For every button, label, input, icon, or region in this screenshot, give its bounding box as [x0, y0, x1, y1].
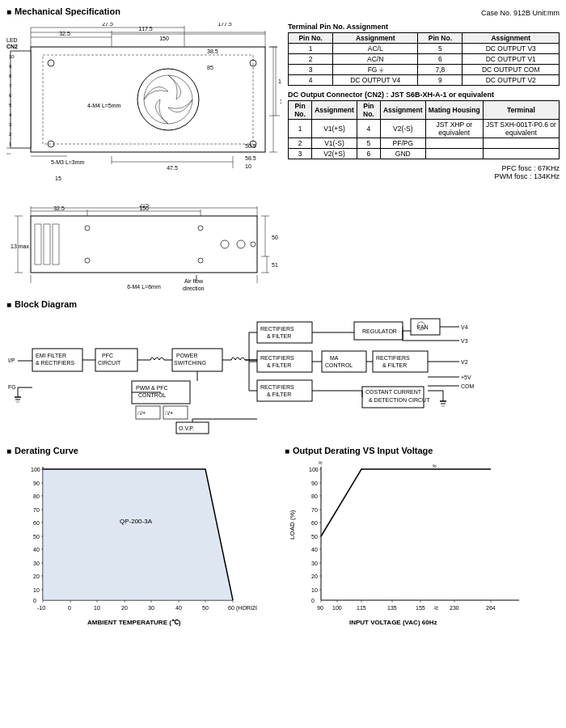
svg-text:20: 20 — [311, 574, 318, 579]
svg-point-28 — [137, 69, 199, 130]
svg-text:(HORIZONTAL): (HORIZONTAL) — [236, 605, 257, 612]
svg-text:QP-200-3A: QP-200-3A — [120, 518, 153, 525]
svg-text:0: 0 — [311, 598, 315, 603]
cn2-col4: Assignment — [380, 101, 425, 120]
svg-text:50.5: 50.5 — [245, 143, 256, 149]
svg-text:PWM & PFC: PWM & PFC — [136, 385, 168, 391]
cn2-col6: Terminal — [483, 101, 559, 120]
mechanical-title: Mechanical Specification — [6, 6, 120, 16]
svg-text:30: 30 — [311, 561, 318, 566]
svg-text:32.5: 32.5 — [59, 31, 70, 36]
svg-text:EMI FILTER: EMI FILTER — [36, 353, 66, 358]
svg-rect-71 — [53, 224, 59, 265]
mechanical-section: 32.5 117.5 150 27.5 177.5 10 9 8 7 6 5 4… — [6, 23, 560, 293]
svg-text:115: 115 — [357, 605, 366, 611]
svg-text:LED: LED — [6, 37, 18, 43]
svg-rect-58 — [31, 216, 257, 273]
svg-text:60: 60 — [311, 520, 318, 526]
svg-text:38.5: 38.5 — [207, 49, 218, 54]
svg-text:70: 70 — [311, 507, 318, 513]
svg-text:40: 40 — [33, 547, 40, 552]
svg-text:V2: V2 — [461, 359, 468, 365]
table-row: 3V2(+S)6GND — [289, 149, 560, 159]
svg-rect-0 — [31, 47, 265, 152]
svg-point-77 — [237, 240, 245, 248]
svg-text:117.5: 117.5 — [138, 26, 153, 32]
svg-point-75 — [198, 258, 203, 263]
svg-text:≈: ≈ — [319, 459, 323, 467]
block-diagram-title: Block Diagram — [6, 299, 560, 309]
derating-left: Derating Curve LOAD (%) 1 — [6, 446, 277, 638]
svg-text:V3: V3 — [461, 338, 468, 344]
derating-chart-left: LOAD (%) 100 90 80 70 60 50 — [6, 459, 277, 638]
table-row: 2AC/N6DC OUTPUT V1 — [289, 54, 560, 65]
svg-text:20: 20 — [33, 574, 40, 579]
svg-text:& FILTER: & FILTER — [267, 362, 291, 368]
svg-text:47.5: 47.5 — [167, 165, 178, 171]
svg-text:RECTIFIERS: RECTIFIERS — [260, 355, 294, 361]
cn2-table-title: DC Output Connector (CN2) : JST S6B-XH-A… — [288, 91, 560, 99]
top-view-drawing: 32.5 117.5 150 27.5 177.5 10 9 8 7 6 5 4… — [6, 23, 281, 201]
svg-text:135: 135 — [387, 605, 397, 611]
table-row: 1AC/L5DC OUTPUT V3 — [289, 44, 560, 54]
svg-text:CIRCUIT: CIRCUIT — [98, 360, 121, 366]
svg-text:30: 30 — [33, 561, 40, 566]
svg-text:POWER: POWER — [176, 353, 197, 358]
terminal-info: Terminal Pin No. Assignment Pin No. Assi… — [288, 23, 560, 293]
derating-section: Derating Curve LOAD (%) 1 — [6, 446, 560, 638]
svg-rect-15 — [11, 51, 31, 148]
svg-point-73 — [85, 258, 90, 263]
block-diagram-section: Block Diagram I/P FG EMI FILTER & RECTIF… — [6, 299, 560, 439]
svg-text:RECTIFIERS: RECTIFIERS — [260, 384, 294, 390]
svg-text:10: 10 — [311, 587, 318, 593]
svg-text:LOAD (%): LOAD (%) — [289, 510, 296, 540]
svg-text:6-M4 L=6mm: 6-M4 L=6mm — [127, 284, 161, 290]
svg-text:150: 150 — [139, 205, 149, 211]
svg-text:230: 230 — [450, 605, 459, 611]
svg-text:+5V: +5V — [461, 375, 471, 380]
derating-curve-title: Derating Curve — [6, 446, 277, 455]
derating-chart-right: LOAD (%) 100 90 80 70 60 50 40 — [285, 459, 560, 638]
derating-right: Output Derating VS Input Voltage LOAD (%… — [285, 446, 560, 638]
svg-rect-1 — [43, 55, 253, 144]
svg-point-30 — [48, 60, 54, 66]
svg-point-78 — [251, 242, 256, 247]
svg-text:≈: ≈ — [433, 462, 437, 470]
svg-text:10: 10 — [245, 163, 251, 169]
svg-text:30: 30 — [148, 605, 154, 611]
table-row: 3FG ⏚7,8DC OUTPUT COM — [289, 65, 560, 75]
svg-text:13 max: 13 max — [11, 243, 29, 249]
page: Mechanical Specification Case No. 912B U… — [0, 0, 566, 728]
svg-rect-149 — [373, 351, 428, 372]
svg-text:60: 60 — [228, 605, 234, 611]
svg-text:REGULATOR: REGULATOR — [362, 328, 397, 334]
svg-text:& FILTER: & FILTER — [382, 362, 407, 368]
svg-point-72 — [85, 226, 90, 231]
svg-text:27.5: 27.5 — [102, 23, 113, 27]
svg-text:50: 50 — [202, 605, 209, 611]
case-info: Case No. 912B Unit:mm — [481, 9, 560, 17]
svg-text:V4: V4 — [461, 324, 468, 330]
svg-text:O.V.P.: O.V.P. — [179, 425, 194, 431]
svg-text:10: 10 — [33, 587, 40, 593]
svg-text:58.5: 58.5 — [245, 155, 256, 161]
svg-text:PFC: PFC — [102, 353, 113, 358]
table-row: 4DC OUTPUT V49DC OUTPUT V2 — [289, 75, 560, 86]
svg-text:FG: FG — [8, 384, 16, 390]
output-derating-title: Output Derating VS Input Voltage — [285, 446, 560, 455]
svg-text:AMBIENT TEMPERATURE (℃): AMBIENT TEMPERATURE (℃) — [87, 619, 181, 626]
svg-text:100: 100 — [309, 467, 319, 472]
svg-text:100: 100 — [31, 467, 40, 472]
front-view-drawing: 215 32.5 150 — [6, 204, 281, 293]
svg-text:10: 10 — [9, 54, 15, 59]
svg-text:60: 60 — [33, 520, 40, 526]
col-pin-no: Pin No. — [289, 33, 333, 44]
terminal-table: Pin No. Assignment Pin No. Assignment 1A… — [288, 32, 560, 86]
derating-left-svg: LOAD (%) 100 90 80 70 60 50 — [6, 459, 257, 637]
svg-text:40: 40 — [311, 547, 318, 552]
svg-text:⎍/+: ⎍/+ — [165, 410, 173, 416]
col-assignment2: Assignment — [463, 33, 560, 44]
svg-text:⎍/+: ⎍/+ — [137, 410, 146, 416]
svg-text:COSTANT CURRENT: COSTANT CURRENT — [365, 389, 422, 395]
svg-text:5-M3 L=3mm: 5-M3 L=3mm — [51, 159, 85, 165]
